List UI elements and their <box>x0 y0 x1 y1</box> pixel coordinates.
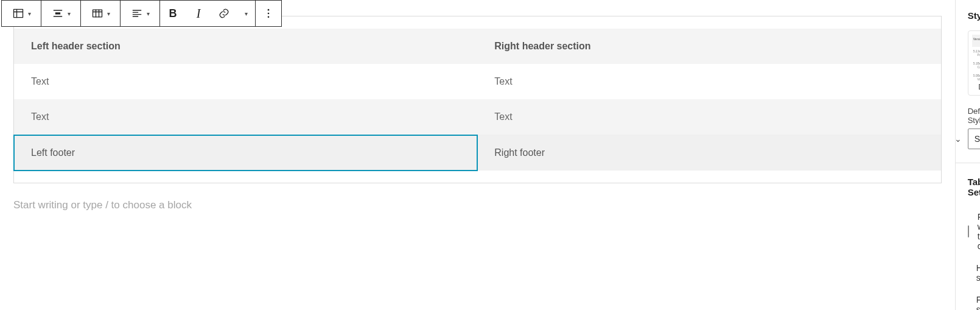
header-cell[interactable]: Right header section <box>477 29 940 64</box>
header-cell[interactable]: Left header section <box>14 29 477 64</box>
body-cell[interactable]: Text <box>14 99 477 135</box>
align-center-block-icon <box>52 7 64 19</box>
svg-point-16 <box>268 16 270 18</box>
text-align-left-icon <box>131 7 143 19</box>
table-row: Text Text <box>14 64 941 99</box>
body-cell[interactable]: Text <box>477 64 940 99</box>
style-option-default[interactable]: VersionJazz MusicianRelease Date 5.2Jaco… <box>968 30 980 96</box>
footer-cell[interactable]: Left footer <box>14 135 477 171</box>
block-toolbar: ▾ ▾ ▾ ▾ B <box>1 0 282 27</box>
table-block-frame[interactable]: Left header section Right header section… <box>13 16 942 183</box>
more-options-button[interactable] <box>256 1 281 26</box>
bold-button[interactable]: B <box>160 1 186 26</box>
svg-point-14 <box>268 9 270 11</box>
chevron-down-icon: ⌄ <box>955 134 962 144</box>
svg-rect-6 <box>93 10 102 17</box>
chevron-down-icon: ▾ <box>28 10 31 17</box>
chevron-down-icon: ▾ <box>107 10 110 17</box>
link-button[interactable] <box>211 1 237 26</box>
chevron-down-icon: ▾ <box>147 10 150 17</box>
editor-canvas: ▾ ▾ ▾ ▾ B <box>0 0 955 310</box>
more-rich-text-button[interactable]: ▾ <box>237 1 255 26</box>
content-table: Left header section Right header section… <box>14 29 941 171</box>
italic-button[interactable]: I <box>186 1 211 26</box>
body-cell[interactable]: Text <box>477 99 940 135</box>
columns-icon <box>91 7 103 19</box>
link-icon <box>218 7 230 19</box>
paragraph-placeholder[interactable]: Start writing or type / to choose a bloc… <box>13 199 942 211</box>
panel-title: Styles <box>968 10 980 21</box>
text-align-button[interactable]: ▾ <box>121 1 159 26</box>
footer-cell[interactable]: Right footer <box>477 135 940 171</box>
table-row: Text Text <box>14 99 941 135</box>
toggle-fixed-width-cells[interactable] <box>968 225 969 238</box>
table-footer-row: Left footer Right footer <box>14 135 941 171</box>
table-edit-button[interactable]: ▾ <box>2 1 41 26</box>
svg-rect-0 <box>13 9 23 17</box>
table-header-row: Left header section Right header section <box>14 29 941 64</box>
chevron-down-icon: ▾ <box>68 10 71 17</box>
block-alignment-button[interactable]: ▾ <box>41 1 80 26</box>
default-style-select-value: Stripes <box>975 134 980 144</box>
svg-point-15 <box>268 13 270 15</box>
kebab-icon <box>262 7 275 19</box>
default-style-select[interactable]: Stripes ⌄ <box>968 129 980 149</box>
settings-sidebar: Styles ⌃ VersionJazz MusicianRelease Dat… <box>955 0 980 310</box>
svg-rect-4 <box>55 12 60 14</box>
edit-table-columns-button[interactable]: ▾ <box>81 1 120 26</box>
table-icon <box>12 7 24 19</box>
body-cell[interactable]: Text <box>14 64 477 99</box>
panel-divider <box>956 163 980 163</box>
panel-title: Table Settings <box>968 177 980 197</box>
style-preview-default: VersionJazz MusicianRelease Date 5.2Jaco… <box>972 35 980 77</box>
